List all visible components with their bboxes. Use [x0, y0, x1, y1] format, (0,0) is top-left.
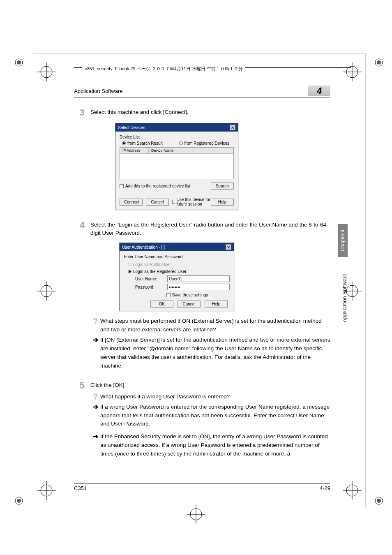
reg-mark-icon	[37, 282, 56, 301]
help-button[interactable]: Help	[205, 301, 228, 308]
reg-mark-icon	[37, 62, 56, 81]
search-button[interactable]: Search	[211, 183, 234, 190]
chk-label: Use this device for future session	[177, 197, 211, 206]
svg-point-24	[377, 60, 381, 65]
ok-button[interactable]: OK	[150, 301, 173, 308]
radio-label: Login as the Registered User	[133, 269, 187, 274]
col-name: Device Name	[149, 148, 233, 153]
question-icon: ?	[90, 317, 100, 334]
reg-dot-icon	[15, 497, 23, 505]
select-devices-dialog: Select Devices ✕ Device List from Search…	[115, 123, 238, 210]
dialog-title: User Authentication - [ ]	[122, 245, 165, 250]
svg-point-22	[17, 60, 21, 65]
section-title: Application Software	[74, 88, 123, 94]
reg-dot-icon	[375, 58, 383, 67]
step-text: Click the [OK].	[90, 381, 330, 390]
chk-add-registered[interactable]: Add this to the registered device list	[120, 184, 190, 188]
cancel-button[interactable]: Cancel	[178, 301, 201, 308]
dialog-title: Select Devices	[118, 125, 145, 130]
password-label: Password:	[135, 285, 164, 289]
radio-label: Login as Public User	[133, 262, 171, 267]
close-icon[interactable]: ✕	[226, 244, 231, 250]
qa-question: What steps must be performed if ON (Exte…	[100, 317, 330, 334]
reg-mark-icon	[187, 505, 205, 524]
password-field[interactable]	[167, 284, 230, 290]
footer-page: 4-29	[320, 485, 330, 491]
chk-label: Add this to the registered device list	[125, 184, 190, 188]
auth-heading: Enter User Name and Password	[124, 254, 230, 259]
reg-mark-icon	[343, 481, 362, 500]
side-tab-chapter: Chapter 4	[338, 224, 348, 257]
answer-arrow-icon: ➔	[90, 336, 100, 370]
radio-label: from Registered Devices	[184, 141, 229, 146]
chk-save-settings[interactable]: Save these settings	[166, 293, 230, 297]
radio-registered-user[interactable]: Login as the Registered User	[128, 269, 230, 274]
step-number: 4	[74, 221, 90, 237]
reg-mark-icon	[37, 481, 56, 500]
step-number: 3	[74, 108, 90, 117]
connect-button[interactable]: Connect	[120, 199, 143, 206]
step-number: 5	[74, 381, 90, 390]
close-icon[interactable]: ✕	[230, 125, 235, 130]
device-table[interactable]: IP Address Device Name	[120, 147, 234, 179]
answer-arrow-icon: ➔	[90, 403, 100, 429]
step-text: Select this machine and click [Connect].	[90, 108, 330, 117]
book-meta-label: c351_security_E.book 29 ページ ２００７年4月11日 水…	[82, 66, 245, 72]
reg-mark-icon	[343, 282, 362, 301]
reg-mark-icon	[343, 62, 362, 81]
user-name-label: User Name:	[135, 277, 164, 281]
answer-arrow-icon: ➔	[90, 432, 100, 458]
radio-public-user: Login as Public User	[128, 262, 230, 267]
help-button[interactable]: Help	[211, 199, 234, 206]
qa-answer: If [ON (External Server)] is set for the…	[100, 336, 330, 370]
step-text: Select the "Login as the Registered User…	[90, 221, 330, 237]
group-label: Device List	[120, 135, 234, 139]
cancel-button[interactable]: Cancel	[146, 199, 169, 206]
reg-dot-icon	[15, 58, 23, 67]
col-ip: IP Address	[120, 148, 149, 153]
radio-from-registered[interactable]: from Registered Devices	[179, 141, 229, 146]
svg-point-26	[17, 499, 21, 503]
chk-label: Save these settings	[172, 293, 208, 297]
user-auth-dialog: User Authentication - [ ] ✕ Enter User N…	[119, 243, 234, 311]
radio-label: from Search Result	[127, 141, 163, 146]
qa-answer: If the Enhanced Security mode is set to …	[100, 432, 330, 458]
svg-point-28	[377, 499, 381, 503]
user-name-field[interactable]	[167, 275, 230, 282]
reg-dot-icon	[375, 497, 383, 505]
chapter-badge: 4	[308, 86, 330, 96]
footer-model: C351	[74, 485, 87, 491]
question-icon: ?	[90, 393, 100, 401]
qa-question: What happens if a wrong User Password is…	[100, 393, 330, 401]
radio-from-search[interactable]: from Search Result	[122, 141, 163, 146]
qa-answer: If a wrong User Password is entered for …	[100, 403, 330, 429]
chk-future-session[interactable]: Use this device for future session	[172, 197, 211, 206]
